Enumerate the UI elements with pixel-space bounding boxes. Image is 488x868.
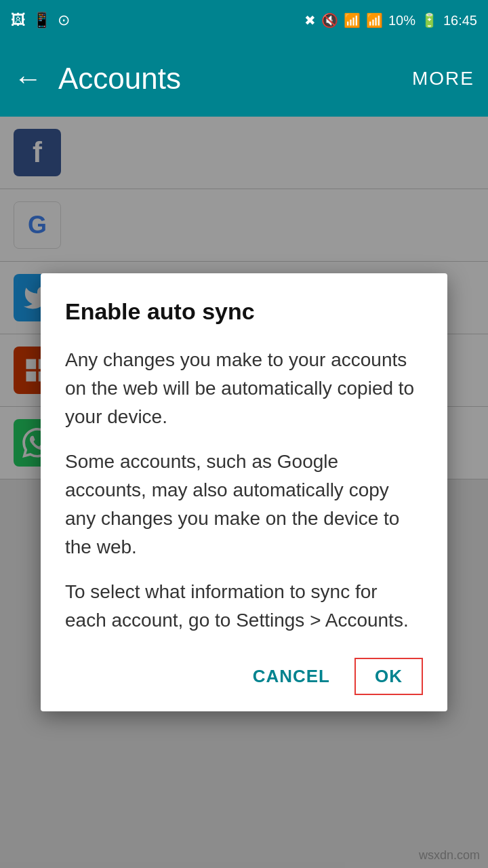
app-bar: ← Accounts MORE — [0, 41, 488, 117]
back-button[interactable]: ← — [14, 62, 42, 95]
battery-text: 10% — [388, 13, 415, 28]
signal-icon: 📶 — [366, 12, 383, 28]
dialog-title: Enable auto sync — [65, 298, 423, 326]
app-bar-left: ← Accounts — [14, 62, 181, 96]
clock: 16:45 — [443, 13, 477, 28]
dialog-paragraph-1: Any changes you make to your accounts on… — [65, 346, 423, 431]
status-bar-left: 🖼 📱 ⊙ — [11, 12, 70, 29]
dialog-overlay: Enable auto sync Any changes you make to… — [0, 117, 488, 868]
circle-icon: ⊙ — [58, 12, 70, 29]
enable-autosync-dialog: Enable auto sync Any changes you make to… — [41, 273, 447, 711]
status-bar: 🖼 📱 ⊙ ✖ 🔇 📶 📶 10% 🔋 16:45 — [0, 0, 488, 41]
status-bar-right: ✖ 🔇 📶 📶 10% 🔋 16:45 — [304, 12, 477, 28]
watermark: wsxdn.com — [419, 848, 480, 863]
wifi-icon: 📶 — [344, 12, 361, 28]
image-icon: 🖼 — [11, 12, 26, 29]
battery-icon: 🔋 — [421, 12, 438, 28]
ok-button[interactable]: OK — [354, 658, 423, 695]
bluetooth-icon: ✖ — [304, 12, 316, 28]
page-title: Accounts — [58, 62, 181, 96]
cancel-button[interactable]: CANCEL — [239, 658, 344, 695]
more-button[interactable]: MORE — [412, 68, 474, 90]
dialog-paragraph-3: To select what information to sync for e… — [65, 578, 423, 635]
dialog-paragraph-2: Some accounts, such as Google accounts, … — [65, 448, 423, 561]
dialog-actions: CANCEL OK — [65, 651, 423, 695]
accounts-background: f G Enable auto sync Any — [0, 117, 488, 868]
sound-icon: 🔇 — [321, 12, 338, 28]
phone-icon: 📱 — [33, 12, 51, 29]
